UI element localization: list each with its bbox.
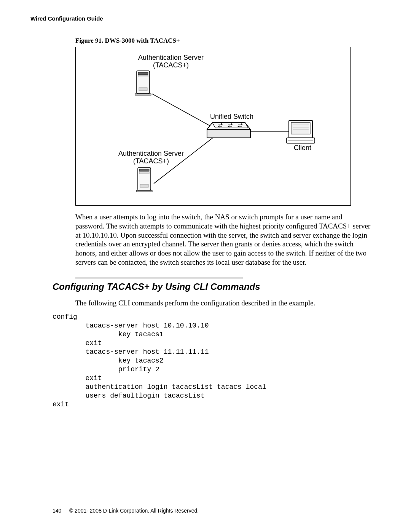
page-footer: 140 © 2001- 2008 D-Link Corporation. All… [53, 508, 199, 514]
page-number: 140 [53, 508, 68, 514]
section-heading: Configuring TACACS+ by Using CLI Command… [53, 281, 373, 292]
figure-caption: Figure 91. DWS-3000 with TACACS+ [75, 37, 373, 45]
page: Wired Configuration Guide Figure 91. DWS… [0, 0, 411, 532]
svg-rect-4 [135, 94, 151, 95]
doc-header: Wired Configuration Guide [30, 15, 381, 22]
svg-marker-7 [212, 123, 248, 128]
server-bottom-icon [136, 168, 152, 192]
svg-rect-3 [139, 88, 147, 91]
client-icon [287, 120, 315, 143]
svg-rect-16 [139, 169, 149, 171]
svg-rect-18 [140, 184, 148, 187]
figure-lead: Figure 91. [75, 37, 105, 44]
content-area: Figure 91. DWS-3000 with TACACS+ Authent… [75, 37, 373, 409]
copyright-text: © 2001- 2008 D-Link Corporation. All Rig… [69, 508, 199, 514]
diagram-svg [76, 47, 350, 205]
svg-rect-9 [291, 123, 310, 134]
body-paragraph: When a user attempts to log into the swi… [75, 212, 373, 267]
svg-marker-6 [207, 129, 250, 138]
figure-box: Authentication Server (TACACS+) Unified … [75, 47, 351, 206]
server-top-icon [135, 71, 151, 95]
svg-rect-19 [136, 190, 152, 192]
cli-code-block: config tacacs-server host 10.10.10.10 ke… [53, 313, 373, 409]
section-rule [75, 278, 243, 278]
intro-line: The following CLI commands perform the c… [75, 299, 373, 307]
svg-rect-1 [138, 72, 148, 75]
switch-icon [207, 123, 250, 138]
line-bottom-to-switch [154, 138, 213, 184]
figure-title: DWS-3000 with TACACS+ [105, 37, 180, 44]
line-top-to-switch [152, 94, 214, 128]
